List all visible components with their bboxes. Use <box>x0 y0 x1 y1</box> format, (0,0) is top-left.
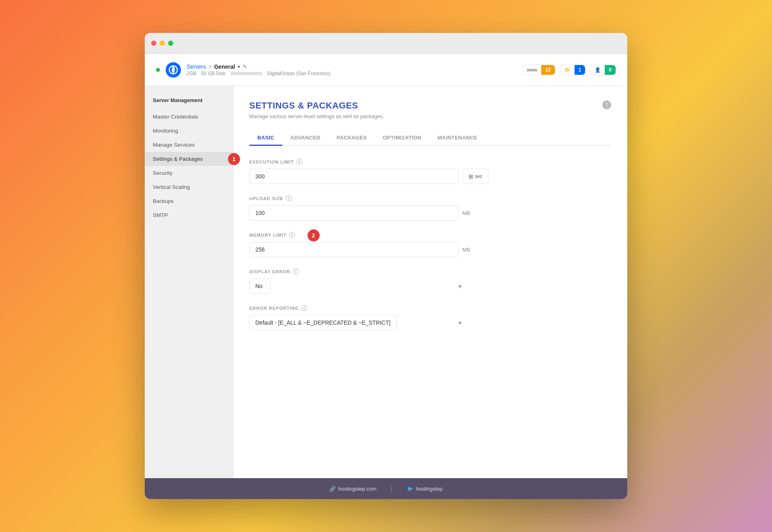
display-error-section: DISPLAY ERROR i No Yes <box>249 268 611 294</box>
memory-limit-section: MEMORY LIMIT i 2 MB <box>249 232 611 257</box>
footer-link-twitter[interactable]: 🐦 hostingstep <box>407 486 443 492</box>
app-window: Servers > General ▾ ✎ 2GB 50 GB Disk Dig… <box>145 33 627 499</box>
main-body: Server Management Master Credentials Mon… <box>145 86 627 478</box>
sidebar-section-title: Server Management <box>145 97 233 110</box>
minimize-button[interactable] <box>160 41 165 46</box>
titlebar <box>145 33 627 54</box>
tab-optimization[interactable]: OPTIMIZATION <box>375 131 429 146</box>
content-header-text: SETTINGS & PACKAGES Manage various serve… <box>249 100 384 119</box>
content-area: SETTINGS & PACKAGES Manage various serve… <box>233 86 627 478</box>
sidebar-label-security: Security <box>153 170 172 176</box>
footer-bar: 🔗 hostingstep.com | 🐦 hostingstep <box>145 478 627 499</box>
sidebar-item-vertical-scaling[interactable]: Vertical Scaling <box>145 180 233 194</box>
grid-icon: ⊞ <box>468 173 473 180</box>
breadcrumb-servers[interactable]: Servers <box>187 63 206 70</box>
server-status-indicator <box>156 68 160 72</box>
memory-limit-row: MB <box>249 242 611 257</box>
display-error-row: No Yes <box>249 278 611 294</box>
sidebar-label-backups: Backups <box>153 198 174 204</box>
breadcrumb: Servers > General ▾ ✎ <box>187 63 330 70</box>
sidebar-label-master-credentials: Master Credentials <box>153 114 198 120</box>
sidebar-item-backups[interactable]: Backups <box>145 194 233 208</box>
memory-limit-label: MEMORY LIMIT i 2 <box>249 232 611 238</box>
memory-limit-input[interactable] <box>249 242 458 257</box>
display-error-label: DISPLAY ERROR i <box>249 268 611 274</box>
sidebar-label-smtp: SMTP <box>153 212 168 218</box>
folder-icon: 📁 <box>561 65 575 75</box>
execution-limit-label: EXECUTION LIMIT i <box>249 159 611 165</box>
execution-limit-input[interactable] <box>249 169 458 184</box>
tab-maintenance[interactable]: MAINTENANCE <box>429 131 485 146</box>
sidebar: Server Management Master Credentials Mon… <box>145 86 233 478</box>
upload-size-row: MB <box>249 205 611 221</box>
header-right: www 12 📁 1 👤 0 <box>522 65 616 75</box>
sidebar-label-monitoring: Monitoring <box>153 128 178 134</box>
tab-basic[interactable]: BASIC <box>249 131 282 146</box>
execution-limit-unit: sec <box>475 174 482 179</box>
chevron-down-icon[interactable]: ▾ <box>238 64 240 70</box>
error-reporting-wrapper: Default - [E_ALL & ~E_DEPRECATED & ~E_ST… <box>249 315 466 330</box>
server-ip-bar <box>230 72 263 75</box>
www-count: 12 <box>541 65 554 75</box>
user-icon: 👤 <box>591 65 605 75</box>
server-disk: 50 GB Disk <box>201 71 226 76</box>
www-badge[interactable]: www 12 <box>522 65 555 75</box>
files-count: 1 <box>575 65 585 75</box>
content-header: SETTINGS & PACKAGES Manage various serve… <box>249 100 611 119</box>
tabs-bar: BASIC ADVANCED PACKAGES OPTIMIZATION MAI… <box>249 131 611 146</box>
upload-size-section: UPLOAD SIZE i MB <box>249 195 611 221</box>
sidebar-item-smtp[interactable]: SMTP <box>145 208 233 222</box>
upload-size-label: UPLOAD SIZE i <box>249 195 611 201</box>
sidebar-item-settings-packages[interactable]: Settings & Packages 1 <box>145 152 233 166</box>
execution-limit-info-icon[interactable]: i <box>296 159 302 165</box>
display-error-info-icon[interactable]: i <box>293 268 299 274</box>
header: Servers > General ▾ ✎ 2GB 50 GB Disk Dig… <box>145 54 627 86</box>
twitter-icon: 🐦 <box>407 486 413 492</box>
footer-link-website[interactable]: 🔗 hostingstep.com <box>329 486 376 492</box>
server-logo-icon <box>168 65 178 75</box>
tab-packages[interactable]: PACKAGES <box>329 131 375 146</box>
sidebar-item-security[interactable]: Security <box>145 166 233 180</box>
execution-limit-unit-selector[interactable]: ⊞ sec <box>462 169 489 184</box>
close-button[interactable] <box>151 41 156 46</box>
header-left: Servers > General ▾ ✎ 2GB 50 GB Disk Dig… <box>156 62 330 78</box>
memory-limit-info-icon[interactable]: i <box>289 232 295 238</box>
sidebar-item-manage-services[interactable]: Manage Services <box>145 138 233 152</box>
footer-website-label: hostingstep.com <box>338 486 376 492</box>
error-reporting-info-icon[interactable]: i <box>301 305 307 311</box>
display-error-wrapper: No Yes <box>249 278 466 294</box>
footer-twitter-label: hostingstep <box>416 486 443 492</box>
server-logo <box>166 62 181 78</box>
execution-limit-row: ⊞ sec <box>249 169 611 184</box>
sidebar-label-vertical-scaling: Vertical Scaling <box>153 184 190 190</box>
tab-advanced[interactable]: ADVANCED <box>282 131 329 146</box>
page-title: SETTINGS & PACKAGES <box>249 100 384 111</box>
upload-size-unit: MB <box>462 210 474 216</box>
error-reporting-section: ERROR REPORTING i Default - [E_ALL & ~E_… <box>249 305 611 330</box>
fullscreen-button[interactable] <box>168 41 173 46</box>
step-1-badge: 1 <box>228 153 240 165</box>
page-subtitle: Manage various server-level settings as … <box>249 113 384 119</box>
display-error-select[interactable]: No Yes <box>249 278 271 294</box>
sidebar-label-manage-services: Manage Services <box>153 142 195 148</box>
server-info: Servers > General ▾ ✎ 2GB 50 GB Disk Dig… <box>187 63 330 76</box>
upload-size-info-icon[interactable]: i <box>286 195 292 201</box>
users-badge[interactable]: 👤 0 <box>590 65 616 75</box>
www-label: www <box>523 65 541 75</box>
breadcrumb-separator: > <box>208 63 211 70</box>
footer-divider: | <box>391 485 392 492</box>
users-count: 0 <box>605 65 616 75</box>
edit-icon[interactable]: ✎ <box>242 63 247 70</box>
step-2-badge: 2 <box>308 229 320 241</box>
sidebar-item-monitoring[interactable]: Monitoring <box>145 124 233 138</box>
server-provider: DigitalOcean (San Francisco) <box>267 71 331 76</box>
server-meta: 2GB 50 GB Disk DigitalOcean (San Francis… <box>187 71 330 76</box>
breadcrumb-current: General <box>214 63 235 70</box>
error-reporting-select[interactable]: Default - [E_ALL & ~E_DEPRECATED & ~E_ST… <box>249 315 397 330</box>
error-reporting-row: Default - [E_ALL & ~E_DEPRECATED & ~E_ST… <box>249 315 611 330</box>
sidebar-item-master-credentials[interactable]: Master Credentials <box>145 110 233 124</box>
upload-size-input[interactable] <box>249 205 458 221</box>
files-badge[interactable]: 📁 1 <box>560 65 586 75</box>
memory-limit-unit: MB <box>462 247 474 253</box>
help-icon[interactable]: ? <box>602 100 611 109</box>
